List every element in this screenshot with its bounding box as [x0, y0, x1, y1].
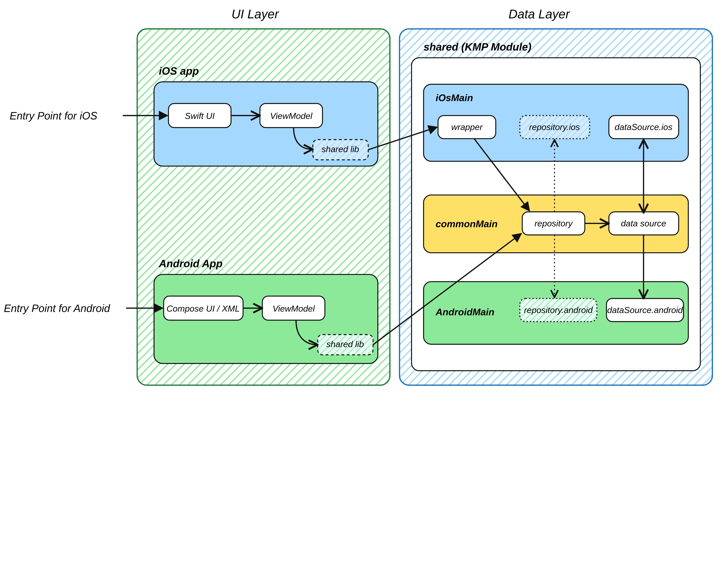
- ui-layer-title: UI Layer: [232, 7, 279, 21]
- architecture-diagram: UI Layer Data Layer shared (KMP Module) …: [0, 0, 722, 395]
- android-viewmodel-label: ViewModel: [273, 304, 315, 313]
- wrapper-label: wrapper: [451, 122, 483, 132]
- repository-android-label: repository.android: [524, 305, 593, 315]
- data-layer-title: Data Layer: [508, 7, 570, 21]
- repository-ios-label: repository.ios: [529, 122, 580, 132]
- repository-label: repository: [535, 218, 573, 228]
- datasource-ios-label: dataSource.ios: [615, 122, 673, 132]
- iosmain-title: iOsMain: [436, 92, 473, 103]
- datasource-label: data source: [621, 218, 666, 228]
- android-shared-lib-label: shared lib: [326, 339, 364, 349]
- ios-shared-lib-label: shared lib: [322, 144, 359, 154]
- swift-ui-label: Swift UI: [185, 111, 215, 121]
- entry-android-label: Entry Point for Android: [4, 302, 110, 314]
- compose-ui-label: Compose UI / XML: [167, 304, 240, 313]
- ios-app-title: iOS app: [159, 65, 199, 77]
- androidmain-title: AndroidMain: [436, 307, 494, 317]
- commonmain-title: commonMain: [436, 218, 498, 229]
- datasource-android-label: dataSource.android: [607, 305, 683, 315]
- entry-ios-label: Entry Point for iOS: [10, 110, 97, 122]
- shared-module-title: shared (KMP Module): [424, 41, 531, 53]
- ios-viewmodel-label: ViewModel: [270, 111, 313, 121]
- android-app-title: Android App: [158, 258, 222, 270]
